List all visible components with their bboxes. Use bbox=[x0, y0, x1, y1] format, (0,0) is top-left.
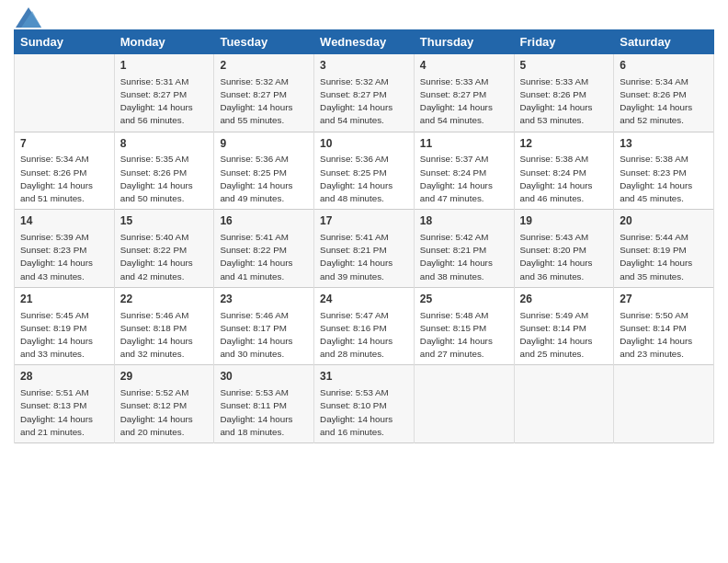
day-info: Sunrise: 5:36 AM Sunset: 8:25 PM Dayligh… bbox=[220, 154, 292, 203]
day-number: 24 bbox=[320, 292, 408, 307]
day-cell: 5Sunrise: 5:33 AM Sunset: 8:26 PM Daylig… bbox=[514, 54, 614, 132]
day-info: Sunrise: 5:34 AM Sunset: 8:26 PM Dayligh… bbox=[20, 154, 93, 203]
day-number: 20 bbox=[620, 213, 708, 229]
day-cell: 25Sunrise: 5:48 AM Sunset: 8:15 PM Dayli… bbox=[414, 287, 514, 365]
day-number: 4 bbox=[420, 58, 508, 74]
day-number: 3 bbox=[320, 58, 408, 74]
day-cell: 14Sunrise: 5:39 AM Sunset: 8:23 PM Dayli… bbox=[15, 210, 115, 288]
day-number: 25 bbox=[420, 292, 508, 307]
day-cell: 23Sunrise: 5:46 AM Sunset: 8:17 PM Dayli… bbox=[214, 287, 314, 365]
day-cell: 12Sunrise: 5:38 AM Sunset: 8:24 PM Dayli… bbox=[514, 132, 614, 210]
day-number: 12 bbox=[520, 136, 609, 152]
day-info: Sunrise: 5:37 AM Sunset: 8:24 PM Dayligh… bbox=[420, 154, 493, 203]
day-cell: 2Sunrise: 5:32 AM Sunset: 8:27 PM Daylig… bbox=[214, 54, 314, 132]
header-cell-saturday: Saturday bbox=[614, 30, 714, 54]
day-number: 21 bbox=[20, 292, 108, 307]
day-cell: 11Sunrise: 5:37 AM Sunset: 8:24 PM Dayli… bbox=[414, 132, 514, 210]
header-cell-sunday: Sunday bbox=[15, 30, 115, 54]
day-cell: 4Sunrise: 5:33 AM Sunset: 8:27 PM Daylig… bbox=[414, 54, 514, 132]
day-cell: 7Sunrise: 5:34 AM Sunset: 8:26 PM Daylig… bbox=[15, 132, 115, 210]
day-cell: 13Sunrise: 5:38 AM Sunset: 8:23 PM Dayli… bbox=[614, 132, 714, 210]
day-info: Sunrise: 5:51 AM Sunset: 8:13 PM Dayligh… bbox=[20, 387, 93, 437]
header-cell-tuesday: Tuesday bbox=[214, 30, 314, 54]
day-number: 7 bbox=[20, 136, 108, 152]
day-cell: 16Sunrise: 5:41 AM Sunset: 8:22 PM Dayli… bbox=[214, 210, 314, 288]
day-number: 30 bbox=[220, 369, 308, 385]
day-cell: 10Sunrise: 5:36 AM Sunset: 8:25 PM Dayli… bbox=[314, 132, 415, 210]
day-info: Sunrise: 5:49 AM Sunset: 8:14 PM Dayligh… bbox=[520, 310, 593, 360]
day-info: Sunrise: 5:53 AM Sunset: 8:11 PM Dayligh… bbox=[220, 387, 292, 437]
day-info: Sunrise: 5:39 AM Sunset: 8:23 PM Dayligh… bbox=[20, 232, 93, 282]
day-cell: 20Sunrise: 5:44 AM Sunset: 8:19 PM Dayli… bbox=[614, 210, 714, 288]
day-number: 31 bbox=[320, 369, 408, 385]
day-info: Sunrise: 5:41 AM Sunset: 8:21 PM Dayligh… bbox=[320, 232, 392, 282]
header-cell-friday: Friday bbox=[514, 30, 614, 54]
day-info: Sunrise: 5:32 AM Sunset: 8:27 PM Dayligh… bbox=[220, 76, 292, 126]
week-row-0: 1Sunrise: 5:31 AM Sunset: 8:27 PM Daylig… bbox=[15, 54, 714, 132]
week-row-2: 14Sunrise: 5:39 AM Sunset: 8:23 PM Dayli… bbox=[15, 210, 714, 288]
day-info: Sunrise: 5:50 AM Sunset: 8:14 PM Dayligh… bbox=[620, 310, 692, 360]
day-info: Sunrise: 5:44 AM Sunset: 8:19 PM Dayligh… bbox=[620, 232, 692, 282]
week-row-3: 21Sunrise: 5:45 AM Sunset: 8:19 PM Dayli… bbox=[15, 287, 714, 365]
day-cell bbox=[15, 54, 115, 132]
day-number: 6 bbox=[620, 58, 708, 74]
day-info: Sunrise: 5:34 AM Sunset: 8:26 PM Dayligh… bbox=[620, 76, 692, 126]
day-cell bbox=[414, 365, 514, 443]
day-cell: 1Sunrise: 5:31 AM Sunset: 8:27 PM Daylig… bbox=[114, 54, 214, 132]
day-number: 15 bbox=[120, 213, 209, 229]
header-cell-thursday: Thursday bbox=[414, 30, 514, 54]
day-number: 11 bbox=[420, 136, 508, 152]
day-number: 29 bbox=[120, 369, 209, 385]
day-info: Sunrise: 5:32 AM Sunset: 8:27 PM Dayligh… bbox=[320, 76, 392, 126]
day-cell: 31Sunrise: 5:53 AM Sunset: 8:10 PM Dayli… bbox=[314, 365, 415, 443]
day-info: Sunrise: 5:33 AM Sunset: 8:27 PM Dayligh… bbox=[420, 76, 493, 126]
day-cell: 24Sunrise: 5:47 AM Sunset: 8:16 PM Dayli… bbox=[314, 287, 415, 365]
day-cell bbox=[514, 365, 614, 443]
week-row-4: 28Sunrise: 5:51 AM Sunset: 8:13 PM Dayli… bbox=[15, 365, 714, 443]
header bbox=[14, 9, 714, 24]
day-number: 8 bbox=[120, 136, 209, 152]
day-info: Sunrise: 5:33 AM Sunset: 8:26 PM Dayligh… bbox=[520, 76, 593, 126]
day-info: Sunrise: 5:46 AM Sunset: 8:17 PM Dayligh… bbox=[220, 310, 292, 360]
day-info: Sunrise: 5:42 AM Sunset: 8:21 PM Dayligh… bbox=[420, 232, 493, 282]
day-info: Sunrise: 5:36 AM Sunset: 8:25 PM Dayligh… bbox=[320, 154, 392, 203]
day-number: 9 bbox=[220, 136, 308, 152]
day-number: 5 bbox=[520, 58, 609, 74]
day-number: 10 bbox=[320, 136, 408, 152]
day-info: Sunrise: 5:40 AM Sunset: 8:22 PM Dayligh… bbox=[120, 232, 193, 282]
day-info: Sunrise: 5:38 AM Sunset: 8:23 PM Dayligh… bbox=[620, 154, 692, 203]
day-cell: 3Sunrise: 5:32 AM Sunset: 8:27 PM Daylig… bbox=[314, 54, 415, 132]
calendar-table: SundayMondayTuesdayWednesdayThursdayFrid… bbox=[14, 29, 714, 443]
day-number: 27 bbox=[620, 292, 708, 307]
day-info: Sunrise: 5:35 AM Sunset: 8:26 PM Dayligh… bbox=[120, 154, 193, 203]
day-cell: 8Sunrise: 5:35 AM Sunset: 8:26 PM Daylig… bbox=[114, 132, 214, 210]
day-number: 14 bbox=[20, 213, 108, 229]
day-cell: 18Sunrise: 5:42 AM Sunset: 8:21 PM Dayli… bbox=[414, 210, 514, 288]
day-number: 19 bbox=[520, 213, 609, 229]
day-number: 22 bbox=[120, 292, 209, 307]
day-cell bbox=[614, 365, 714, 443]
day-cell: 6Sunrise: 5:34 AM Sunset: 8:26 PM Daylig… bbox=[614, 54, 714, 132]
page-container: SundayMondayTuesdayWednesdayThursdayFrid… bbox=[0, 0, 728, 453]
day-cell: 26Sunrise: 5:49 AM Sunset: 8:14 PM Dayli… bbox=[514, 287, 614, 365]
header-cell-monday: Monday bbox=[114, 30, 214, 54]
day-cell: 19Sunrise: 5:43 AM Sunset: 8:20 PM Dayli… bbox=[514, 210, 614, 288]
day-number: 2 bbox=[220, 58, 308, 74]
day-cell: 30Sunrise: 5:53 AM Sunset: 8:11 PM Dayli… bbox=[214, 365, 314, 443]
day-cell: 17Sunrise: 5:41 AM Sunset: 8:21 PM Dayli… bbox=[314, 210, 415, 288]
day-number: 16 bbox=[220, 213, 308, 229]
day-cell: 22Sunrise: 5:46 AM Sunset: 8:18 PM Dayli… bbox=[114, 287, 214, 365]
day-info: Sunrise: 5:53 AM Sunset: 8:10 PM Dayligh… bbox=[320, 387, 392, 437]
day-info: Sunrise: 5:38 AM Sunset: 8:24 PM Dayligh… bbox=[520, 154, 593, 203]
day-info: Sunrise: 5:46 AM Sunset: 8:18 PM Dayligh… bbox=[120, 310, 193, 360]
day-cell: 9Sunrise: 5:36 AM Sunset: 8:25 PM Daylig… bbox=[214, 132, 314, 210]
day-number: 13 bbox=[620, 136, 708, 152]
logo-icon bbox=[16, 7, 41, 28]
day-info: Sunrise: 5:48 AM Sunset: 8:15 PM Dayligh… bbox=[420, 310, 493, 360]
day-number: 1 bbox=[120, 58, 209, 74]
day-cell: 27Sunrise: 5:50 AM Sunset: 8:14 PM Dayli… bbox=[614, 287, 714, 365]
day-number: 18 bbox=[420, 213, 508, 229]
header-cell-wednesday: Wednesday bbox=[314, 30, 415, 54]
day-info: Sunrise: 5:45 AM Sunset: 8:19 PM Dayligh… bbox=[20, 310, 93, 360]
logo bbox=[14, 9, 41, 24]
